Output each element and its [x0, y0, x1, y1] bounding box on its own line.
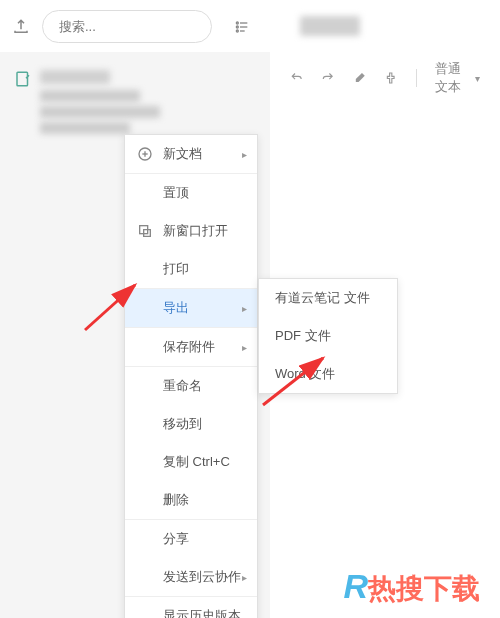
svg-rect-6: [17, 72, 28, 86]
menu-delete[interactable]: 删除: [125, 481, 257, 519]
menu-new-window[interactable]: 新窗口打开: [125, 212, 257, 250]
list-item[interactable]: [8, 64, 262, 140]
chevron-right-icon: ▸: [242, 572, 247, 583]
format-brush-icon[interactable]: [384, 69, 397, 87]
chevron-right-icon: ▸: [242, 303, 247, 314]
menu-new-doc[interactable]: 新文档 ▸: [125, 135, 257, 173]
text-style-label: 普通文本: [435, 60, 472, 96]
menu-send-cloud[interactable]: 发送到云协作 ▸: [125, 558, 257, 596]
menu-copy[interactable]: 复制 Ctrl+C: [125, 443, 257, 481]
submenu-word[interactable]: Word 文件: [259, 355, 397, 393]
eraser-icon[interactable]: [353, 69, 366, 87]
note-icon: [14, 70, 32, 88]
svg-point-4: [236, 30, 238, 32]
svg-point-2: [236, 26, 238, 28]
submenu-youdao[interactable]: 有道云笔记 文件: [259, 279, 397, 317]
chevron-right-icon: ▸: [242, 342, 247, 353]
undo-icon[interactable]: [290, 69, 303, 87]
menu-move-to[interactable]: 移动到: [125, 405, 257, 443]
menu-pin[interactable]: 置顶: [125, 174, 257, 212]
chevron-right-icon: ▸: [242, 149, 247, 160]
redo-icon[interactable]: [321, 69, 334, 87]
context-menu: 新文档 ▸ 置顶 新窗口打开 打印 导出 ▸ 保存附件 ▸ 重命名 移动到 复制…: [124, 134, 258, 618]
window-icon: [137, 223, 153, 239]
submenu-pdf[interactable]: PDF 文件: [259, 317, 397, 355]
svg-point-0: [236, 22, 238, 24]
menu-print[interactable]: 打印: [125, 250, 257, 288]
editor-toolbar: 普通文本 ▾: [270, 52, 500, 104]
sort-icon[interactable]: [232, 19, 252, 35]
menu-share[interactable]: 分享: [125, 520, 257, 558]
menu-save-attachment[interactable]: 保存附件 ▸: [125, 328, 257, 366]
export-submenu: 有道云笔记 文件 PDF 文件 Word 文件: [258, 278, 398, 394]
menu-history[interactable]: 显示历史版本: [125, 597, 257, 618]
search-input[interactable]: [42, 10, 212, 43]
menu-export[interactable]: 导出 ▸: [125, 289, 257, 327]
plus-circle-icon: [137, 146, 153, 162]
text-style-dropdown[interactable]: 普通文本 ▾: [435, 60, 481, 96]
watermark: R热搜下载: [343, 567, 480, 608]
menu-rename[interactable]: 重命名: [125, 367, 257, 405]
upload-icon[interactable]: [12, 18, 30, 36]
